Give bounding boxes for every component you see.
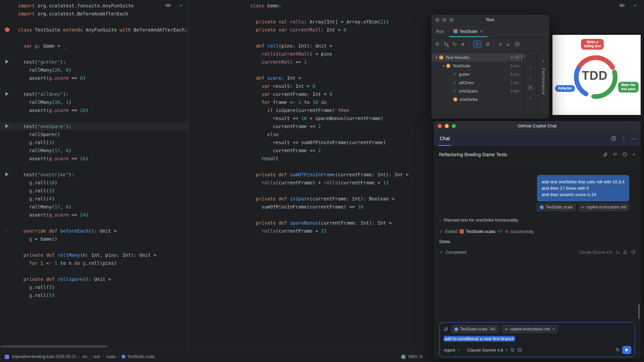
test-duration: 1 ms: [511, 80, 523, 85]
chat-body: add test oneStrike that calls roll with …: [434, 163, 641, 359]
collapse-strip-icon[interactable]: ‹: [542, 58, 544, 64]
middle-editor-code[interactable]: class Game: private val rolls: Array[Int…: [250, 2, 409, 235]
attach-context-icon[interactable]: [603, 152, 608, 157]
planned-step-row[interactable]: › Planned test for oneStrike functionali…: [439, 218, 518, 223]
close-window-button[interactable]: [435, 18, 439, 22]
open-in-editor-icon[interactable]: [611, 136, 616, 141]
stop-icon[interactable]: ■: [461, 42, 464, 47]
undo-icon[interactable]: ↶: [613, 152, 617, 157]
run-test-gutter-icon[interactable]: [5, 60, 9, 64]
input-chip-testsuite[interactable]: C TestSuite.scala ON: [451, 325, 499, 333]
test-tree-row[interactable]: ▾×Test Results9 ms: [431, 53, 523, 62]
chat-scrollbar[interactable]: [638, 304, 640, 319]
next-occurrence-icon[interactable]: ↓: [529, 75, 532, 80]
breadcrumb-test[interactable]: test: [94, 354, 100, 359]
edited-file-name[interactable]: TestSuite.scala: [466, 229, 495, 234]
run-test-gutter-icon[interactable]: [5, 172, 9, 176]
toggle-auto-test-icon[interactable]: ↻: [452, 42, 457, 47]
test-tree-row[interactable]: ✓gutter8 ms: [431, 70, 523, 78]
attach-file-icon[interactable]: [444, 327, 448, 332]
show-passed-toggle[interactable]: ✓: [473, 41, 481, 48]
user-message-bubble: add test oneStrike that calls roll with …: [537, 175, 629, 201]
tab-chat[interactable]: Chat: [438, 131, 451, 146]
hide-panel-icon[interactable]: —: [631, 136, 636, 141]
history-icon[interactable]: [623, 152, 627, 157]
editor-testsuite[interactable]: ↑ import org.scalatest.funsuite.AnyFunSu…: [0, 0, 188, 351]
send-button[interactable]: [622, 346, 631, 354]
input-chip-instructions[interactable]: M↓ copilot-instructions.md ×: [502, 325, 557, 333]
run-test-gutter-icon[interactable]: [5, 92, 9, 96]
thumbs-down-icon[interactable]: [631, 250, 635, 254]
chevron-down-icon: ∨: [505, 348, 508, 352]
tdd-title: TDD: [582, 69, 608, 83]
tab-testsuite[interactable]: TestSuite ×: [449, 25, 487, 37]
code-line: rollSpare(): [18, 130, 187, 138]
close-window-button[interactable]: [438, 124, 442, 128]
aws-status[interactable]: AWS: N: [408, 354, 422, 359]
test-tree-row[interactable]: ✓allOnes1 ms: [431, 78, 523, 87]
tools-icon[interactable]: [510, 348, 515, 352]
chat-input-box[interactable]: C TestSuite.scala ON M↓ copilot-instruct…: [439, 322, 635, 357]
sort-by-duration-icon[interactable]: [515, 42, 520, 47]
breadcrumb-scala[interactable]: scala: [106, 354, 115, 359]
context-chip-instructions[interactable]: M↓ copilot-instructions.md: [578, 203, 629, 211]
run-test-gutter-icon[interactable]: [5, 124, 9, 128]
thumbs-up-icon[interactable]: [623, 250, 628, 254]
mode-selector[interactable]: Agent: [444, 348, 455, 353]
remove-chip-icon[interactable]: ×: [552, 327, 555, 331]
rerun-icon[interactable]: ↻: [435, 42, 440, 47]
thread-title[interactable]: Refactoring Bowling Game Tests: [439, 152, 507, 157]
override-gutter-icon[interactable]: ↑: [5, 229, 8, 233]
expand-panel-icon[interactable]: ›: [530, 95, 531, 100]
minimize-window-button[interactable]: [445, 124, 449, 128]
context-chip-testsuite[interactable]: C TestSuite.scala: [537, 203, 576, 211]
code-line: assert(g.score == 20): [18, 106, 187, 114]
zoom-window-button[interactable]: [449, 18, 453, 22]
test-duration: 9 ms: [511, 64, 523, 68]
code-line: def score: Int =: [250, 74, 409, 82]
close-tab-icon[interactable]: ×: [480, 29, 483, 34]
reader-mode-eye-icon[interactable]: [619, 3, 625, 7]
sort-tests-icon[interactable]: ≡: [499, 42, 502, 47]
collapse-all-icon[interactable]: ↙: [506, 42, 511, 47]
test-tree-row[interactable]: ▾×TestSuite9 ms: [431, 62, 523, 70]
rerun-failed-tests-icon[interactable]: ↻: [444, 42, 448, 47]
model-selector[interactable]: Claude Sonnet 4.6: [467, 348, 503, 353]
expand-chevron-icon[interactable]: ▾: [441, 64, 446, 68]
prompt-input[interactable]: add to conditional a new first branch: [444, 336, 631, 341]
code-line: if isSpare(currentFrame) then: [250, 106, 409, 114]
filter-icon[interactable]: ≡: [528, 85, 533, 90]
more-options-icon[interactable]: ⋮: [621, 136, 626, 141]
test-tree-row[interactable]: ✓oneSpare0 ms: [431, 87, 523, 95]
assistant-done-text: Done.: [439, 239, 451, 244]
test-tree-row[interactable]: ×oneStrike: [431, 95, 523, 104]
reader-mode-eye-icon[interactable]: [165, 3, 171, 7]
left-editor-code[interactable]: import org.scalatest.funsuite.AnyFunSuit…: [18, 2, 187, 299]
breadcrumb-file[interactable]: TestSuite.scala: [127, 354, 154, 359]
tab-performance[interactable]: Performance: [541, 68, 546, 95]
previous-occurrence-icon[interactable]: ↑: [529, 65, 532, 70]
inspections-widget[interactable]: ✓: [619, 3, 637, 8]
run-error-gutter-icon[interactable]: [5, 27, 9, 32]
code-line: import org.scalatest.BeforeAndAfterEach: [18, 10, 187, 18]
minimize-window-button[interactable]: [442, 18, 446, 22]
show-ignored-toggle[interactable]: ⊘: [486, 42, 490, 47]
tab-run[interactable]: Run: [431, 25, 449, 37]
expand-step-icon[interactable]: ›: [439, 218, 441, 222]
request-history-icon[interactable]: [517, 348, 522, 352]
inspections-widget[interactable]: ✓: [165, 3, 183, 8]
breadcrumb-project[interactable]: imperative-bowling-kata-2026-03-21: [12, 354, 76, 359]
chip-label: copilot-instructions.md: [586, 205, 626, 209]
regenerate-icon[interactable]: ↻: [615, 347, 620, 353]
no-problems-icon[interactable]: ✓: [633, 3, 637, 8]
test-passed-icon: ✓: [453, 72, 457, 77]
run-window-titlebar[interactable]: Run: [431, 15, 549, 25]
expand-chevron-icon[interactable]: ▾: [434, 56, 439, 59]
status-green-icon[interactable]: [401, 355, 406, 359]
horizontal-scrollbar[interactable]: [1, 345, 107, 348]
new-chat-icon[interactable]: +: [633, 152, 635, 157]
zoom-window-button[interactable]: [452, 124, 456, 128]
breadcrumb-src[interactable]: src: [82, 354, 88, 359]
no-problems-icon[interactable]: ✓: [179, 3, 183, 8]
chat-window-titlebar[interactable]: GitHub Copilot Chat: [434, 121, 641, 131]
